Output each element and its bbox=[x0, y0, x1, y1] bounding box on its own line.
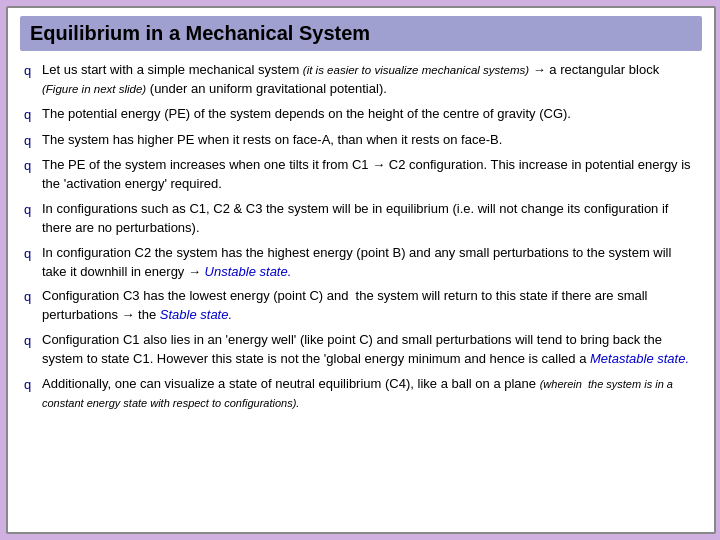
bullet-icon: q bbox=[24, 132, 42, 151]
list-item: q In configuration C2 the system has the… bbox=[24, 244, 698, 282]
bullet-text: In configurations such as C1, C2 & C3 th… bbox=[42, 200, 698, 238]
bullet-icon: q bbox=[24, 201, 42, 220]
bullet-text: Configuration C1 also lies in an 'energy… bbox=[42, 331, 698, 369]
list-item: q Configuration C3 has the lowest energy… bbox=[24, 287, 698, 325]
bullet-icon: q bbox=[24, 157, 42, 176]
content-area: q Let us start with a simple mechanical … bbox=[20, 61, 702, 413]
bullet-text: Let us start with a simple mechanical sy… bbox=[42, 61, 698, 99]
bullet-icon: q bbox=[24, 288, 42, 307]
list-item: q Configuration C1 also lies in an 'ener… bbox=[24, 331, 698, 369]
list-item: q The system has higher PE when it rests… bbox=[24, 131, 698, 151]
bullet-icon: q bbox=[24, 332, 42, 351]
list-item: q Additionally, one can visualize a stat… bbox=[24, 375, 698, 413]
bullet-text: In configuration C2 the system has the h… bbox=[42, 244, 698, 282]
list-item: q In configurations such as C1, C2 & C3 … bbox=[24, 200, 698, 238]
bullet-text: Configuration C3 has the lowest energy (… bbox=[42, 287, 698, 325]
bullet-text: The system has higher PE when it rests o… bbox=[42, 131, 698, 150]
slide-container: Equilibrium in a Mechanical System q Let… bbox=[6, 6, 716, 534]
bullet-text: The potential energy (PE) of the system … bbox=[42, 105, 698, 124]
list-item: q The potential energy (PE) of the syste… bbox=[24, 105, 698, 125]
slide-title: Equilibrium in a Mechanical System bbox=[20, 16, 702, 51]
list-item: q The PE of the system increases when on… bbox=[24, 156, 698, 194]
bullet-icon: q bbox=[24, 376, 42, 395]
bullet-text: The PE of the system increases when one … bbox=[42, 156, 698, 194]
bullet-text: Additionally, one can visualize a state … bbox=[42, 375, 698, 413]
list-item: q Let us start with a simple mechanical … bbox=[24, 61, 698, 99]
bullet-icon: q bbox=[24, 62, 42, 81]
bullet-icon: q bbox=[24, 106, 42, 125]
bullet-icon: q bbox=[24, 245, 42, 264]
